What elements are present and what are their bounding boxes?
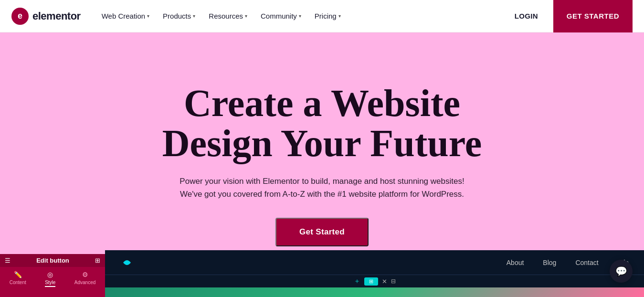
- logo-icon: e: [11, 8, 29, 25]
- resize-icon: ⊟: [391, 278, 396, 285]
- pencil-icon: ✏️: [14, 271, 22, 278]
- editor-preview-area: About Blog Contact Info ＋ ⊞ ✕ ⊟: [105, 250, 644, 297]
- circle-icon: ◎: [47, 271, 53, 278]
- hero-title: Create a Website Design Your Future: [162, 83, 482, 163]
- plus-icon: ＋: [354, 277, 360, 286]
- nav-item-community[interactable]: Community ▾: [255, 8, 307, 24]
- close-icon[interactable]: ✕: [382, 278, 387, 285]
- tab-content[interactable]: ✏️ Content: [10, 271, 26, 287]
- login-button[interactable]: LOGIN: [507, 8, 546, 24]
- logo[interactable]: e elementor: [11, 8, 81, 25]
- grid-small-icon: ⊞: [369, 278, 373, 285]
- editor-panel-header: ☰ Edit button ⊞: [0, 254, 105, 267]
- nav-link-about[interactable]: About: [507, 259, 524, 266]
- editor-preview-strip: ☰ Edit button ⊞ ✏️ Content ◎ Style ⚙ Adv…: [0, 250, 644, 297]
- editor-preview-nav-links: About Blog Contact Info: [507, 259, 629, 266]
- chevron-down-icon: ▾: [147, 13, 149, 19]
- nav-item-resources[interactable]: Resources ▾: [203, 8, 253, 24]
- get-started-nav-button[interactable]: GET STARTED: [553, 0, 633, 32]
- nav-links: Web Creation ▾ Products ▾ Resources ▾ Co…: [96, 8, 347, 24]
- hero-section: Create a Website Design Your Future Powe…: [0, 32, 644, 297]
- chevron-down-icon: ▾: [245, 13, 247, 19]
- chevron-down-icon: ▾: [338, 13, 341, 19]
- nav-item-products[interactable]: Products ▾: [157, 8, 201, 24]
- navbar: e elementor Web Creation ▾ Products ▾ Re…: [0, 0, 644, 32]
- editor-logo-icon: [120, 256, 134, 269]
- hamburger-icon: ☰: [5, 257, 11, 264]
- tab-advanced[interactable]: ⚙ Advanced: [74, 271, 95, 287]
- nav-item-pricing[interactable]: Pricing ▾: [309, 8, 347, 24]
- editor-preview-content: [105, 287, 644, 297]
- chat-icon: 💬: [615, 265, 627, 277]
- editor-panel-title: Edit button: [36, 257, 69, 264]
- chevron-down-icon: ▾: [193, 13, 195, 19]
- chevron-down-icon: ▾: [299, 13, 301, 19]
- editor-preview-navbar: About Blog Contact Info: [105, 250, 644, 275]
- editor-panel: ☰ Edit button ⊞ ✏️ Content ◎ Style ⚙ Adv…: [0, 254, 105, 297]
- widget-bar-button[interactable]: ⊞: [364, 277, 378, 286]
- gear-icon: ⚙: [82, 271, 88, 278]
- grid-icon: ⊞: [95, 257, 100, 264]
- navbar-left: e elementor Web Creation ▾ Products ▾ Re…: [11, 8, 347, 25]
- tab-style[interactable]: ◎ Style: [45, 271, 55, 287]
- logo-text: elementor: [32, 10, 81, 22]
- navbar-right: LOGIN GET STARTED: [507, 0, 633, 32]
- nav-link-blog[interactable]: Blog: [543, 259, 556, 266]
- nav-link-contact[interactable]: Contact: [575, 259, 598, 266]
- widget-bar: ＋ ⊞ ✕ ⊟: [105, 275, 644, 287]
- hero-subtitle: Power your vision with Elementor to buil…: [179, 175, 464, 201]
- editor-panel-tabs: ✏️ Content ◎ Style ⚙ Advanced: [0, 267, 105, 289]
- hero-cta-button[interactable]: Get Started: [275, 218, 369, 246]
- chat-bubble-button[interactable]: 💬: [610, 260, 633, 283]
- nav-item-web-creation[interactable]: Web Creation ▾: [96, 8, 155, 24]
